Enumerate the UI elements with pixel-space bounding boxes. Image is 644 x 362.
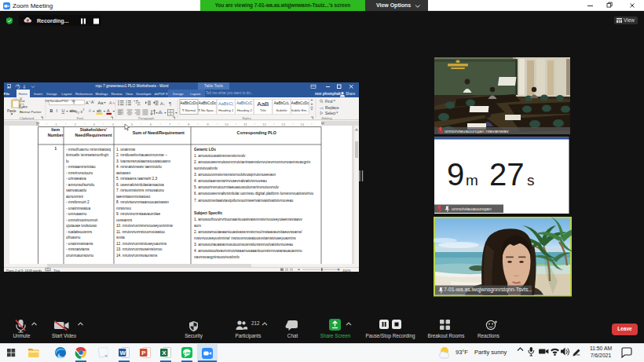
svg-text:Aa: Aa bbox=[98, 101, 104, 105]
svg-text:Heading 2: Heading 2 bbox=[237, 108, 253, 112]
svg-text:¶ No Spac...: ¶ No Spac... bbox=[199, 108, 217, 112]
svg-text:P: P bbox=[141, 349, 146, 357]
svg-text:AaBbCcDc: AaBbCcDc bbox=[291, 101, 309, 105]
svg-text:AaBbCcDc: AaBbCcDc bbox=[199, 101, 217, 105]
svg-text:X: X bbox=[162, 349, 166, 357]
svg-text:ab: ab bbox=[97, 108, 101, 113]
svg-text:212: 212 bbox=[251, 320, 260, 326]
svg-text:ˇ: ˇ bbox=[94, 101, 96, 104]
svg-text:Paragraph: Paragraph bbox=[138, 116, 155, 120]
svg-text:Subtitle: Subtitle bbox=[276, 108, 288, 112]
svg-text:2: 2 bbox=[83, 108, 85, 112]
svg-text:I: I bbox=[57, 108, 58, 113]
svg-text:2: 2 bbox=[78, 112, 79, 115]
svg-text:A: A bbox=[89, 108, 92, 113]
svg-text:Replace: Replace bbox=[325, 106, 339, 110]
svg-text:Font: Font bbox=[77, 116, 84, 120]
svg-text:LINE: LINE bbox=[184, 351, 192, 355]
svg-text:Subtle Em...: Subtle Em... bbox=[291, 108, 309, 112]
svg-text:A: A bbox=[107, 108, 110, 113]
svg-text:AaBbCcDc: AaBbCcDc bbox=[180, 101, 198, 105]
svg-text:AaBbC(: AaBbC( bbox=[218, 101, 233, 106]
svg-text:Styles: Styles bbox=[242, 116, 251, 120]
svg-text:AaBbCcL: AaBbCcL bbox=[274, 101, 290, 105]
svg-text:s: s bbox=[527, 172, 535, 188]
svg-text:¶ Normal: ¶ Normal bbox=[182, 108, 196, 112]
svg-text:A: A bbox=[109, 101, 112, 105]
svg-text:AaB: AaB bbox=[257, 101, 269, 108]
svg-text:Find: Find bbox=[325, 100, 333, 104]
svg-text:A↓: A↓ bbox=[160, 101, 166, 106]
svg-text:Select: Select bbox=[325, 112, 336, 115]
svg-text:27: 27 bbox=[489, 157, 525, 192]
svg-text:W: W bbox=[120, 349, 126, 357]
svg-text:m: m bbox=[466, 172, 478, 188]
svg-text:lm: lm bbox=[576, 353, 580, 357]
svg-text:Title: Title bbox=[260, 108, 266, 112]
svg-text:A: A bbox=[86, 101, 89, 105]
svg-text:U: U bbox=[62, 108, 65, 113]
svg-text:9: 9 bbox=[447, 157, 464, 192]
svg-text:Heading 1: Heading 1 bbox=[218, 108, 234, 112]
svg-text:¶: ¶ bbox=[169, 101, 171, 106]
svg-text:Clipboard: Clipboard bbox=[20, 116, 35, 120]
svg-text:ab: ab bbox=[320, 106, 324, 110]
svg-text:AaBbCcC: AaBbCcC bbox=[236, 101, 253, 105]
svg-text:Editing: Editing bbox=[321, 116, 332, 120]
